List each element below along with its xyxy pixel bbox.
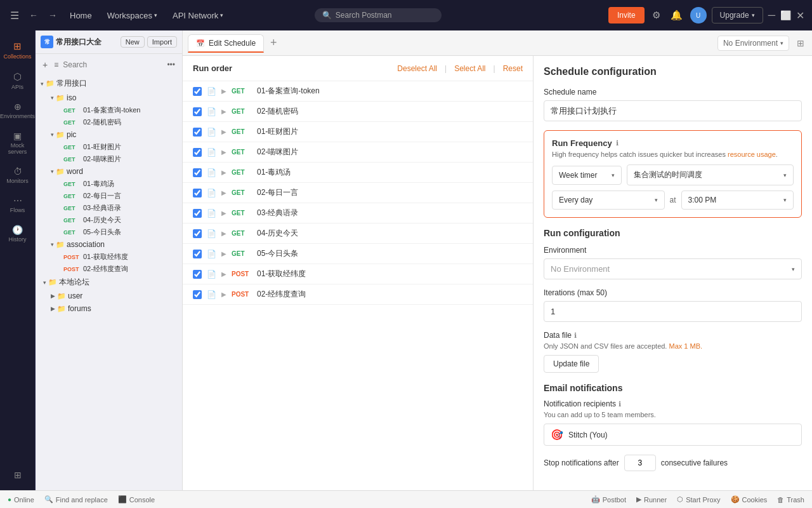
tree-item-user[interactable]: ▶ 📁 user <box>36 290 182 302</box>
run-checkbox-6[interactable] <box>193 189 202 197</box>
cookies-btn[interactable]: 🍪 Cookies <box>731 495 768 504</box>
env-select-dropdown[interactable]: No Environment ▾ <box>544 258 802 279</box>
run-checkbox-5[interactable] <box>193 168 202 177</box>
sidebar-item-mock[interactable]: ▣ Mock servers <box>3 126 33 160</box>
run-checkbox-9[interactable] <box>193 250 202 258</box>
view-toggle-btn[interactable]: ⊞ <box>794 36 807 51</box>
stop-notif-input[interactable] <box>624 455 656 471</box>
recipient-chip[interactable]: 🎯 Stitch (You) <box>544 424 802 446</box>
tree-item-req10[interactable]: POST 01-获取经纬度 <box>36 251 182 263</box>
sidebar-item-history[interactable]: 🕐 History <box>3 220 33 248</box>
expand-5[interactable]: ▶ <box>221 169 226 176</box>
tree-item-req9[interactable]: GET 05-今日头条 <box>36 226 182 238</box>
settings-icon[interactable]: ⚙ <box>650 7 663 23</box>
close-icon[interactable]: ✕ <box>796 10 804 22</box>
notification-icon[interactable]: 🔔 <box>668 7 685 23</box>
find-replace-btn[interactable]: 🔍 Find and replace <box>44 495 108 504</box>
max-size-link[interactable]: Max 1 MB. <box>669 342 703 350</box>
tree-item-req8[interactable]: GET 04-历史今天 <box>36 214 182 226</box>
add-collection-btn[interactable]: + <box>41 58 49 72</box>
start-proxy-btn[interactable]: ⬡ Start Proxy <box>677 495 720 504</box>
runner-btn[interactable]: ▶ Runner <box>636 495 667 504</box>
tree-item-req4[interactable]: GET 02-喵咪图片 <box>36 153 182 165</box>
select-all-btn[interactable]: Select All <box>454 64 485 73</box>
workspaces-menu[interactable]: Workspaces ▾ <box>102 8 162 23</box>
tree-item-req5[interactable]: GET 01-毒鸡汤 <box>36 178 182 190</box>
expand-2[interactable]: ▶ <box>221 108 226 115</box>
api-network-chevron: ▾ <box>220 12 223 18</box>
search-bar[interactable]: 🔍 Search Postman <box>315 8 442 22</box>
run-checkbox-3[interactable] <box>193 128 202 137</box>
run-checkbox-10[interactable] <box>193 270 202 279</box>
tree-item-forums[interactable]: ▶ 📁 forums <box>36 302 182 315</box>
run-checkbox-7[interactable] <box>193 209 202 218</box>
sidebar-item-environments[interactable]: ⊕ Environments <box>3 97 33 124</box>
run-checkbox-8[interactable] <box>193 229 202 238</box>
forums-folder-icon: 📁 <box>57 305 66 313</box>
deselect-all-btn[interactable]: Deselect All <box>397 64 437 73</box>
new-button[interactable]: New <box>121 36 145 48</box>
run-checkbox-11[interactable] <box>193 290 202 299</box>
method-5: GET <box>232 169 252 176</box>
tree-item-local[interactable]: ▾ 📁 本地论坛 <box>36 275 182 290</box>
trash-btn[interactable]: 🗑 Trash <box>777 496 804 504</box>
tree-item-pic[interactable]: ▾ 📁 pic <box>36 128 182 141</box>
upgrade-button[interactable]: Upgrade ▾ <box>712 7 763 23</box>
more-options-btn[interactable]: ••• <box>165 58 177 71</box>
timer-name-dropdown[interactable]: 集合测试的时间调度 ▾ <box>627 164 794 185</box>
expand-1[interactable]: ▶ <box>221 88 226 95</box>
filter-btn[interactable]: ≡ <box>52 58 60 71</box>
search-collections-input[interactable] <box>63 60 162 69</box>
postbot-btn[interactable]: 🤖 Postbot <box>591 495 626 504</box>
sidebar-item-flows[interactable]: ⋯ Flows <box>3 190 33 218</box>
expand-9[interactable]: ▶ <box>221 250 226 257</box>
forward-icon[interactable]: → <box>46 8 60 23</box>
edit-schedule-tab[interactable]: 📅 Edit Schedule <box>188 34 264 53</box>
tree-item-req3[interactable]: GET 01-旺财图片 <box>36 141 182 153</box>
tree-item-req7[interactable]: GET 03-经典语录 <box>36 202 182 214</box>
expand-7[interactable]: ▶ <box>221 210 226 217</box>
env-dropdown[interactable]: No Environment ▾ <box>717 36 789 51</box>
tree-item-association[interactable]: ▾ 📁 association <box>36 238 182 251</box>
avatar[interactable]: U <box>690 7 707 23</box>
expand-4[interactable]: ▶ <box>221 149 226 156</box>
update-file-button[interactable]: Update file <box>544 355 599 373</box>
tree-item-req1[interactable]: GET 01-备案查询-token <box>36 104 182 116</box>
run-checkbox-1[interactable] <box>193 87 202 96</box>
tree-item-iso[interactable]: ▾ 📁 iso <box>36 91 182 104</box>
reset-btn[interactable]: Reset <box>503 64 523 73</box>
import-button[interactable]: Import <box>147 36 177 48</box>
every-day-dropdown[interactable]: Every day ▾ <box>552 190 665 210</box>
console-btn[interactable]: ⬛ Console <box>118 495 155 504</box>
api-network-menu[interactable]: API Network ▾ <box>167 8 228 23</box>
invite-button[interactable]: Invite <box>608 7 645 23</box>
expand-8[interactable]: ▶ <box>221 230 226 237</box>
timer-name-value: 集合测试的时间调度 <box>634 170 702 180</box>
timer-type-dropdown[interactable]: Week timer ▾ <box>552 166 622 185</box>
home-link[interactable]: Home <box>65 8 97 23</box>
tree-item-req11[interactable]: POST 02-经纬度查询 <box>36 263 182 275</box>
iterations-input[interactable] <box>544 301 802 322</box>
expand-3[interactable]: ▶ <box>221 128 226 135</box>
expand-6[interactable]: ▶ <box>221 189 226 196</box>
run-checkbox-4[interactable] <box>193 148 202 157</box>
sidebar-item-collections[interactable]: ⊞ Collections <box>3 36 33 65</box>
maximize-icon[interactable]: ⬜ <box>780 10 791 20</box>
tree-item-req6[interactable]: GET 02-每日一言 <box>36 190 182 202</box>
sidebar-item-apis[interactable]: ⬡ APIs <box>3 66 33 95</box>
sidebar-item-monitors[interactable]: ⏱ Monitors <box>3 161 33 189</box>
tree-item-req2[interactable]: GET 02-随机密码 <box>36 116 182 128</box>
expand-11[interactable]: ▶ <box>221 291 226 298</box>
schedule-name-input[interactable] <box>544 100 802 121</box>
tree-root[interactable]: ▾ 📁 常用接口 <box>36 76 182 91</box>
back-icon[interactable]: ← <box>27 8 41 23</box>
time-dropdown[interactable]: 3:00 PM ▾ <box>681 190 794 210</box>
expand-10[interactable]: ▶ <box>221 271 226 277</box>
tree-item-word[interactable]: ▾ 📁 word <box>36 165 182 178</box>
minimize-icon[interactable]: ─ <box>768 10 775 21</box>
new-tab-btn[interactable]: + <box>266 35 281 51</box>
run-checkbox-2[interactable] <box>193 107 202 116</box>
menu-icon[interactable]: ☰ <box>8 7 22 24</box>
resource-usage-link[interactable]: resource usage <box>728 150 776 158</box>
sidebar-bottom-icon[interactable]: ⊞ <box>3 465 33 485</box>
